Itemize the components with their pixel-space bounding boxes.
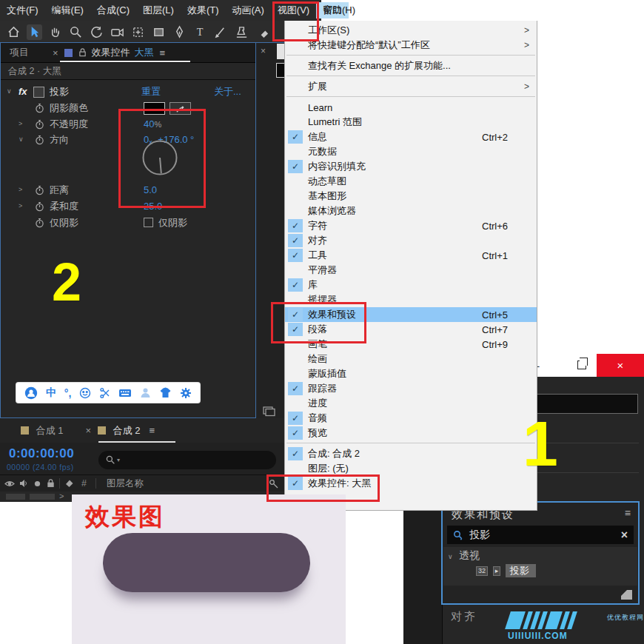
ime-skin-icon[interactable] <box>159 387 172 398</box>
window-menu-item[interactable]: 平滑器 <box>285 263 537 278</box>
shadow-only-checkbox[interactable] <box>144 218 153 227</box>
ime-keyboard-icon[interactable] <box>118 388 132 398</box>
window-menu-item[interactable]: ✓字符Ctrl+6 <box>285 218 537 233</box>
ime-avatar-icon[interactable] <box>24 386 38 400</box>
layer-number-header[interactable]: # <box>81 478 87 489</box>
selection-tool-icon[interactable] <box>27 24 42 40</box>
stopwatch-icon[interactable] <box>35 135 44 145</box>
window-menu-item[interactable]: ✓库 <box>285 278 537 292</box>
window-menu-item[interactable]: 进度 <box>285 396 537 411</box>
lock-icon[interactable] <box>47 479 55 488</box>
video-eye-icon[interactable] <box>4 480 15 488</box>
chevron-down-icon[interactable]: ∨ <box>19 132 24 147</box>
window-menu-item[interactable]: 查找有关 Exchange 的扩展功能... <box>285 58 537 73</box>
brush-tool-icon[interactable] <box>213 24 229 40</box>
stopwatch-icon[interactable] <box>35 119 44 130</box>
window-menu-item[interactable]: Lumetri 范围 <box>285 115 537 130</box>
window-menu-item[interactable]: ✓工具Ctrl+1 <box>285 248 537 263</box>
panel-tab-align[interactable]: 对齐 <box>451 610 477 624</box>
camera-tool-icon[interactable] <box>110 24 125 40</box>
zoom-tool-icon[interactable] <box>68 24 84 40</box>
type-tool-icon[interactable]: T <box>192 24 208 40</box>
label-tag-icon[interactable] <box>64 479 74 488</box>
ime-person-icon[interactable] <box>140 387 151 398</box>
ime-settings-icon[interactable] <box>180 387 192 399</box>
menubar-item-4[interactable]: 图层(L) <box>136 2 181 19</box>
panel-menu-icon[interactable]: ≡ <box>160 47 166 58</box>
stopwatch-icon[interactable] <box>35 103 44 113</box>
pen-tool-icon[interactable] <box>172 24 187 40</box>
about-button[interactable]: 关于... <box>214 84 241 99</box>
panel-menu-icon[interactable]: ≡ <box>625 507 631 519</box>
expand-arrow-icon[interactable]: > <box>59 492 64 500</box>
stopwatch-icon[interactable] <box>35 201 44 212</box>
category-row-perspective[interactable]: ∨ 透视 <box>448 549 480 563</box>
hand-tool-icon[interactable] <box>47 24 63 40</box>
window-menu-item[interactable]: ✓对齐 <box>285 233 537 248</box>
tab-close-icon[interactable]: × <box>85 425 91 436</box>
window-menu-item[interactable]: Learn <box>285 100 537 115</box>
menubar-item-5[interactable]: 效果(T) <box>181 2 226 19</box>
new-preset-icon[interactable] <box>621 590 632 600</box>
window-menu-item[interactable]: ✓预览 <box>285 426 537 440</box>
window-menu-item[interactable]: ✓音频 <box>285 411 537 426</box>
tab-close-icon[interactable]: × <box>53 47 58 58</box>
window-menu-item[interactable]: ✓内容识别填充 <box>285 159 537 174</box>
shape-tool-icon[interactable] <box>151 24 167 40</box>
timecode[interactable]: 0:00:00:00 <box>9 446 74 461</box>
chevron-down-icon[interactable]: ∨ <box>7 84 12 99</box>
window-menu-item[interactable]: 媒体浏览器 <box>285 204 537 218</box>
chevron-right-icon[interactable]: > <box>19 198 22 214</box>
eraser-tool-icon[interactable] <box>255 24 270 40</box>
window-menu-item[interactable]: 工作区(S)> <box>285 23 537 38</box>
audio-speaker-icon[interactable] <box>19 479 28 488</box>
menubar-item-3[interactable]: 合成(C) <box>90 2 136 19</box>
stamp-tool-icon[interactable] <box>234 24 249 40</box>
monitor-icon[interactable] <box>263 406 275 417</box>
window-menu-item[interactable]: 元数据 <box>285 144 537 159</box>
window-menu-item[interactable]: 图层: (无) <box>285 461 537 476</box>
timeline-search-input[interactable]: ▾ <box>98 451 276 469</box>
menubar-item-help[interactable]: 帮助(H) <box>323 0 355 21</box>
ime-scissors-icon[interactable] <box>99 387 111 399</box>
frame-info: 00000 (24.00 fps) <box>7 463 74 472</box>
tab-effect-controls[interactable]: 效果控件 <box>92 46 130 59</box>
tab-project[interactable]: 项目 <box>1 46 38 59</box>
menubar-item-2[interactable]: 编辑(E) <box>45 2 90 19</box>
menubar-item-1[interactable]: 文件(F) <box>0 2 45 19</box>
chevron-right-icon[interactable]: > <box>19 182 22 198</box>
window-menu-item[interactable]: 动态草图 <box>285 174 537 189</box>
rotate-tool-icon[interactable] <box>89 24 104 40</box>
comp1-tab[interactable]: 合成 1 <box>21 424 63 437</box>
ime-emoji-icon[interactable] <box>79 387 91 399</box>
home-icon[interactable] <box>6 24 21 40</box>
solo-icon[interactable] <box>34 480 41 487</box>
window-menu-item[interactable]: 绘画 <box>285 352 537 366</box>
layer-name-header[interactable]: 图层名称 <box>107 477 144 490</box>
effect-row-drop-shadow[interactable]: 32 ▸ 投影 <box>476 564 536 577</box>
tab-close-icon[interactable]: × <box>261 46 266 56</box>
window-menu-item[interactable]: 基本图形 <box>285 189 537 204</box>
ime-punctuation-icon[interactable]: °, <box>64 387 72 399</box>
close-button[interactable]: × <box>597 354 644 377</box>
menubar-item-6[interactable]: 动画(A) <box>226 2 271 19</box>
window-menu-item[interactable]: ✓信息Ctrl+2 <box>285 130 537 144</box>
window-menu-item[interactable]: 蒙版插值 <box>285 366 537 381</box>
window-menu-item[interactable]: ✓跟踪器 <box>285 381 537 396</box>
window-menu-item[interactable]: ✓合成: 合成 2 <box>285 446 537 461</box>
pan-behind-tool-icon[interactable] <box>130 24 146 40</box>
effects-search-input[interactable]: 投影 × <box>447 526 634 544</box>
stopwatch-icon[interactable] <box>35 218 44 228</box>
lock-icon[interactable] <box>78 48 87 57</box>
window-menu-item[interactable]: 扩展> <box>285 79 537 94</box>
comp2-tab[interactable]: 合成 2 <box>98 424 140 437</box>
ime-mode-icon[interactable]: 中 <box>46 386 56 400</box>
stopwatch-icon[interactable] <box>35 185 44 195</box>
chevron-right-icon[interactable]: > <box>19 116 22 132</box>
clear-search-icon[interactable]: × <box>621 529 628 542</box>
panel-menu-icon[interactable]: ≡ <box>150 425 155 436</box>
restore-button[interactable] <box>577 360 586 369</box>
reset-button[interactable]: 重置 <box>141 84 161 99</box>
window-menu-item[interactable]: 将快捷键分配给“默认”工作区> <box>285 38 537 53</box>
effect-header-row[interactable]: ∨ fx 投影 重置 关于... <box>1 84 255 99</box>
